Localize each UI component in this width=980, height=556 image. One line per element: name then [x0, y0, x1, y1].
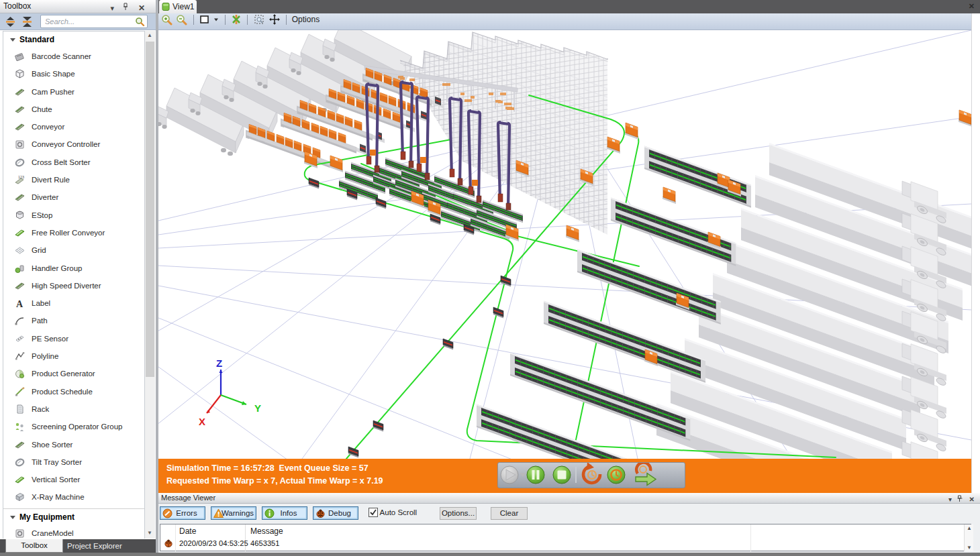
svg-text:Y: Y: [254, 402, 261, 414]
svg-text:123: 123: [18, 175, 24, 179]
svg-text:A: A: [16, 299, 23, 309]
svg-text:Z: Z: [216, 357, 222, 369]
svg-text:X: X: [199, 416, 205, 427]
